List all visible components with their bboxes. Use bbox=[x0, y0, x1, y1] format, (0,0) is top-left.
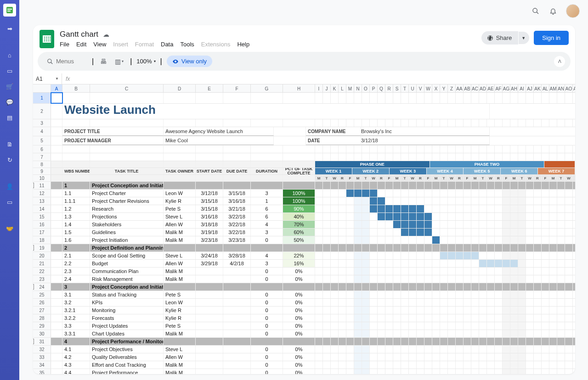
gantt-cell[interactable] bbox=[464, 197, 471, 205]
meta-date-label[interactable]: DATE bbox=[306, 136, 361, 145]
gantt-cell[interactable] bbox=[354, 291, 362, 298]
gantt-cell[interactable] bbox=[542, 268, 549, 275]
gantt-cell[interactable] bbox=[417, 182, 424, 189]
gantt-cell[interactable] bbox=[417, 119, 424, 127]
col-header-F[interactable]: F bbox=[223, 84, 251, 93]
gantt-cell[interactable] bbox=[354, 229, 362, 236]
col-header-AO[interactable]: AO bbox=[565, 84, 573, 93]
gantt-cell[interactable] bbox=[542, 283, 549, 291]
gantt-cell[interactable] bbox=[417, 322, 424, 330]
gantt-cell[interactable] bbox=[409, 252, 417, 259]
cell[interactable] bbox=[51, 353, 62, 361]
gantt-cell[interactable] bbox=[370, 244, 378, 251]
gantt-cell[interactable] bbox=[557, 268, 565, 275]
gantt-cell[interactable] bbox=[573, 93, 575, 103]
gantt-cell[interactable] bbox=[409, 322, 417, 330]
gantt-cell[interactable] bbox=[424, 197, 432, 205]
wbs[interactable]: 2.4 bbox=[62, 275, 90, 283]
gantt-cell[interactable] bbox=[464, 190, 471, 197]
gantt-cell[interactable] bbox=[331, 322, 339, 330]
gantt-cell[interactable] bbox=[424, 330, 432, 337]
gantt-cell[interactable] bbox=[401, 314, 409, 322]
gantt-cell[interactable] bbox=[526, 182, 534, 189]
gantt-cell[interactable] bbox=[409, 268, 417, 275]
gantt-cell[interactable] bbox=[417, 93, 424, 103]
gantt-cell[interactable] bbox=[440, 307, 448, 314]
gantt-cell[interactable] bbox=[471, 190, 479, 197]
row-header-13[interactable]: 13 bbox=[33, 197, 51, 205]
cell[interactable] bbox=[283, 119, 315, 127]
gantt-cell[interactable] bbox=[557, 353, 565, 361]
gantt-cell[interactable] bbox=[424, 346, 432, 353]
gantt-cell[interactable] bbox=[471, 361, 479, 369]
gantt-cell[interactable] bbox=[448, 190, 456, 197]
cell[interactable] bbox=[196, 182, 223, 189]
gantt-cell[interactable] bbox=[385, 260, 393, 267]
gantt-cell[interactable] bbox=[393, 314, 401, 322]
gantt-cell[interactable] bbox=[557, 145, 565, 153]
gantt-cell[interactable] bbox=[448, 338, 456, 345]
gantt-cell[interactable] bbox=[409, 307, 417, 314]
gantt-cell[interactable] bbox=[526, 346, 534, 353]
gantt-cell[interactable] bbox=[573, 205, 575, 212]
gantt-cell[interactable] bbox=[315, 283, 323, 291]
cell[interactable] bbox=[51, 275, 62, 283]
gantt-cell[interactable] bbox=[534, 93, 542, 103]
gantt-cell[interactable] bbox=[440, 205, 448, 212]
briefcase-icon[interactable]: ▭ bbox=[3, 64, 16, 77]
gantt-cell[interactable] bbox=[440, 229, 448, 236]
gantt-cell[interactable] bbox=[401, 307, 409, 314]
gantt-cell[interactable] bbox=[362, 145, 370, 153]
gantt-cell[interactable] bbox=[534, 213, 542, 220]
gantt-cell[interactable] bbox=[417, 145, 424, 153]
gantt-cell[interactable] bbox=[549, 153, 557, 161]
gantt-cell[interactable] bbox=[323, 236, 331, 244]
pct[interactable]: 60% bbox=[283, 229, 315, 236]
gantt-cell[interactable] bbox=[456, 190, 464, 197]
gantt-cell[interactable] bbox=[346, 291, 354, 298]
start[interactable] bbox=[196, 369, 223, 374]
pct[interactable]: 0% bbox=[283, 361, 315, 369]
gantt-cell[interactable] bbox=[362, 182, 370, 189]
gantt-cell[interactable] bbox=[370, 369, 378, 374]
gantt-cell[interactable] bbox=[503, 353, 510, 361]
gantt-cell[interactable] bbox=[378, 346, 385, 353]
gantt-cell[interactable] bbox=[557, 244, 565, 251]
gantt-cell[interactable] bbox=[370, 275, 378, 283]
row-header-9[interactable]: 9 bbox=[33, 168, 51, 174]
cell[interactable] bbox=[51, 330, 62, 337]
gantt-cell[interactable] bbox=[542, 213, 549, 220]
gantt-cell[interactable] bbox=[315, 153, 323, 161]
gantt-cell[interactable] bbox=[549, 205, 557, 212]
gantt-cell[interactable] bbox=[378, 361, 385, 369]
gantt-cell[interactable] bbox=[354, 330, 362, 337]
gantt-cell[interactable] bbox=[417, 244, 424, 251]
bell-icon[interactable] bbox=[548, 6, 558, 16]
gantt-cell[interactable] bbox=[378, 236, 385, 244]
gantt-cell[interactable] bbox=[362, 299, 370, 306]
gantt-cell[interactable] bbox=[534, 346, 542, 353]
gantt-cell[interactable] bbox=[518, 190, 526, 197]
gantt-cell[interactable] bbox=[573, 182, 575, 189]
gantt-cell[interactable] bbox=[573, 322, 575, 330]
gantt-cell[interactable] bbox=[471, 153, 479, 161]
gantt-cell[interactable] bbox=[534, 291, 542, 298]
gantt-cell[interactable] bbox=[315, 221, 323, 228]
cell[interactable] bbox=[223, 175, 251, 181]
due[interactable] bbox=[223, 268, 251, 275]
gantt-cell[interactable] bbox=[315, 197, 323, 205]
day-header[interactable]: F bbox=[424, 175, 432, 181]
cell[interactable] bbox=[251, 175, 283, 181]
row-header-23[interactable]: 23 bbox=[33, 275, 51, 283]
col-header-U[interactable]: U bbox=[409, 84, 417, 93]
gantt-cell[interactable] bbox=[370, 221, 378, 228]
gantt-cell[interactable] bbox=[346, 338, 354, 345]
col-header-AG[interactable]: AG bbox=[503, 84, 510, 93]
gantt-cell[interactable] bbox=[471, 353, 479, 361]
gantt-cell[interactable] bbox=[487, 145, 495, 153]
pct[interactable]: 0% bbox=[283, 353, 315, 361]
gantt-cell[interactable] bbox=[479, 145, 487, 153]
gantt-cell[interactable] bbox=[378, 369, 385, 374]
gantt-cell[interactable] bbox=[464, 260, 471, 267]
gantt-cell[interactable] bbox=[549, 369, 557, 374]
